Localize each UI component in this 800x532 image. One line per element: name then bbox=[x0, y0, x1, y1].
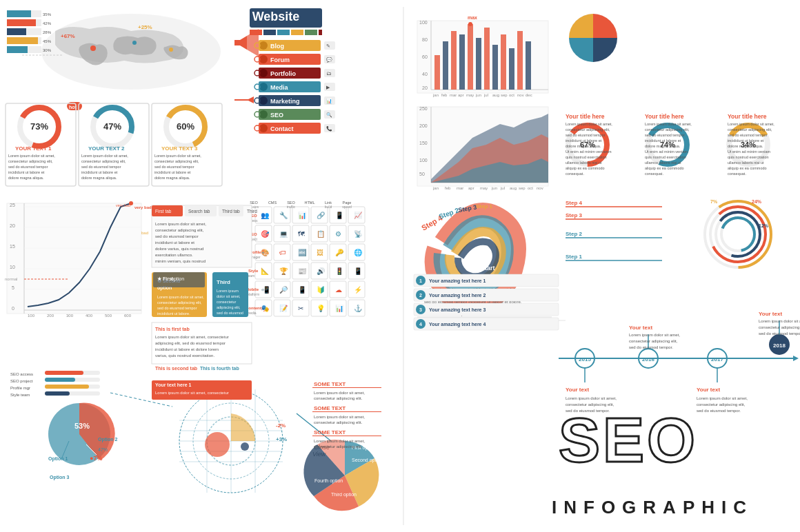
svg-text:may: may bbox=[466, 93, 474, 97]
svg-text:📲: 📲 bbox=[261, 285, 270, 294]
svg-rect-222 bbox=[348, 207, 365, 223]
svg-text:250: 250 bbox=[419, 106, 428, 111]
svg-line-9 bbox=[110, 393, 172, 407]
svg-text:dec: dec bbox=[526, 93, 532, 97]
svg-rect-407 bbox=[263, 30, 276, 35]
svg-rect-121 bbox=[7, 37, 41, 44]
svg-text:📋: 📋 bbox=[317, 229, 326, 238]
svg-text:Your title here: Your title here bbox=[645, 113, 684, 120]
svg-text:project: project bbox=[247, 237, 258, 241]
svg-text:🔤: 🔤 bbox=[298, 248, 307, 257]
svg-text:100: 100 bbox=[419, 158, 428, 163]
svg-point-449 bbox=[254, 70, 260, 76]
svg-text:build: build bbox=[325, 205, 332, 209]
svg-text:dolore magna aliqua.: dolore magna aliqua. bbox=[645, 144, 681, 148]
svg-text:Step 3: Step 3 bbox=[458, 203, 477, 214]
svg-text:SOME TEXT: SOME TEXT bbox=[314, 405, 346, 411]
svg-text:Forum: Forum bbox=[270, 57, 290, 63]
svg-text:aug: aug bbox=[510, 186, 517, 190]
svg-point-172 bbox=[575, 349, 594, 368]
svg-rect-359 bbox=[152, 272, 207, 317]
svg-text:aug: aug bbox=[492, 93, 499, 97]
svg-text:consectetur adipiscing elit,: consectetur adipiscing elit, bbox=[566, 402, 614, 407]
svg-text:consectetur adipiscing elit.: consectetur adipiscing elit. bbox=[314, 420, 363, 424]
svg-text:dolore magna aliqua.: dolore magna aliqua. bbox=[81, 176, 117, 180]
svg-text:🏆: 🏆 bbox=[279, 267, 288, 276]
svg-text:nov: nov bbox=[517, 93, 524, 97]
svg-rect-167 bbox=[312, 436, 381, 436]
svg-text:35%: 35% bbox=[43, 12, 52, 17]
svg-text:team: team bbox=[247, 274, 254, 278]
svg-text:sed do eiusmod tempor: sed do eiusmod tempor bbox=[81, 165, 121, 169]
svg-rect-402 bbox=[79, 103, 149, 186]
svg-text:incididunt ut labore et dolore: incididunt ut labore et dolore lorem bbox=[155, 347, 219, 351]
svg-text:Lorem ipsum dolor sit amet, co: Lorem ipsum dolor sit amet, consectetur … bbox=[424, 320, 525, 324]
svg-rect-381 bbox=[67, 102, 82, 110]
svg-point-413 bbox=[259, 41, 268, 50]
svg-text:Profile mgr: Profile mgr bbox=[10, 386, 30, 390]
svg-text:📊: 📊 bbox=[326, 98, 332, 104]
svg-text:quis nostrud exercitation: quis nostrud exercitation bbox=[645, 155, 686, 159]
svg-rect-16 bbox=[417, 21, 548, 93]
svg-rect-125 bbox=[7, 46, 28, 53]
svg-text:Style: Style bbox=[248, 269, 259, 273]
svg-rect-404 bbox=[250, 8, 322, 28]
svg-text:Ut enim ad minim veniam: Ut enim ad minim veniam bbox=[645, 150, 688, 154]
svg-text:15: 15 bbox=[10, 244, 15, 249]
svg-text:sed do eiusmod tempor: sed do eiusmod tempor bbox=[154, 165, 194, 169]
svg-text:80: 80 bbox=[422, 37, 428, 42]
svg-text:SEO: SEO bbox=[270, 112, 283, 119]
svg-text:quis nostrud exercitation: quis nostrud exercitation bbox=[566, 155, 607, 159]
svg-text:consectetur adipiscing elit,: consectetur adipiscing elit, bbox=[629, 339, 678, 343]
svg-text:53%: 53% bbox=[74, 422, 90, 430]
svg-text:Your text: Your text bbox=[697, 387, 720, 393]
svg-rect-435 bbox=[324, 96, 335, 105]
svg-text:3: 3 bbox=[419, 307, 422, 312]
svg-text:feb: feb bbox=[445, 186, 451, 190]
svg-text:SEO: SEO bbox=[559, 406, 698, 475]
svg-text:sep: sep bbox=[501, 93, 508, 97]
svg-rect-230 bbox=[311, 225, 328, 242]
svg-text:1: 1 bbox=[419, 278, 422, 283]
svg-text:200: 200 bbox=[47, 314, 54, 318]
svg-line-10 bbox=[297, 413, 331, 441]
infographic-container: +67% +25% Step 4 Step 2 Step 3 Step 1 st… bbox=[0, 0, 800, 532]
svg-rect-35 bbox=[526, 41, 531, 90]
svg-rect-408 bbox=[277, 30, 290, 35]
svg-rect-425 bbox=[324, 69, 335, 77]
svg-text:dolore magna aliqua.: dolore magna aliqua. bbox=[566, 144, 601, 148]
svg-rect-214 bbox=[274, 207, 290, 223]
svg-rect-329 bbox=[152, 380, 252, 400]
svg-text:12%: 12% bbox=[759, 223, 769, 228]
svg-rect-228 bbox=[292, 225, 309, 242]
svg-text:🗂: 🗂 bbox=[326, 71, 331, 76]
svg-text:mar: mar bbox=[457, 186, 463, 190]
svg-point-455 bbox=[416, 276, 426, 285]
svg-text:●7%: ●7% bbox=[90, 455, 102, 462]
svg-text:speed: speed bbox=[342, 205, 352, 209]
svg-text:📝: 📝 bbox=[279, 304, 288, 313]
svg-text:consequat.: consequat. bbox=[566, 172, 584, 176]
svg-point-459 bbox=[416, 290, 426, 300]
svg-rect-411 bbox=[319, 30, 322, 35]
svg-text:Lorem ipsum dolor sit amet,: Lorem ipsum dolor sit amet, bbox=[645, 122, 692, 126]
svg-text:consectetur adipiscing elit,: consectetur adipiscing elit, bbox=[728, 127, 772, 132]
svg-text:sed do eiusmod tempor.: sed do eiusmod tempor. bbox=[629, 345, 673, 349]
svg-rect-163 bbox=[312, 411, 381, 412]
svg-text:✂: ✂ bbox=[298, 305, 303, 312]
svg-rect-115 bbox=[7, 19, 41, 26]
svg-line-325 bbox=[62, 441, 69, 458]
svg-rect-212 bbox=[255, 207, 272, 223]
svg-rect-216 bbox=[292, 207, 309, 223]
svg-text:SEO: SEO bbox=[248, 214, 257, 218]
svg-text:incididunt ut labore et: incididunt ut labore et bbox=[566, 139, 602, 143]
svg-text:Your text here 1: Your text here 1 bbox=[155, 382, 191, 387]
svg-text:🔊: 🔊 bbox=[317, 267, 326, 276]
svg-rect-242 bbox=[311, 244, 328, 260]
svg-rect-430 bbox=[324, 83, 335, 91]
svg-text:traffic: traffic bbox=[287, 205, 296, 209]
svg-point-433 bbox=[259, 96, 268, 105]
svg-text:2016: 2016 bbox=[642, 356, 654, 362]
svg-text:📐: 📐 bbox=[261, 267, 270, 276]
svg-text:ullamco laboris nisi ut: ullamco laboris nisi ut bbox=[645, 161, 681, 165]
